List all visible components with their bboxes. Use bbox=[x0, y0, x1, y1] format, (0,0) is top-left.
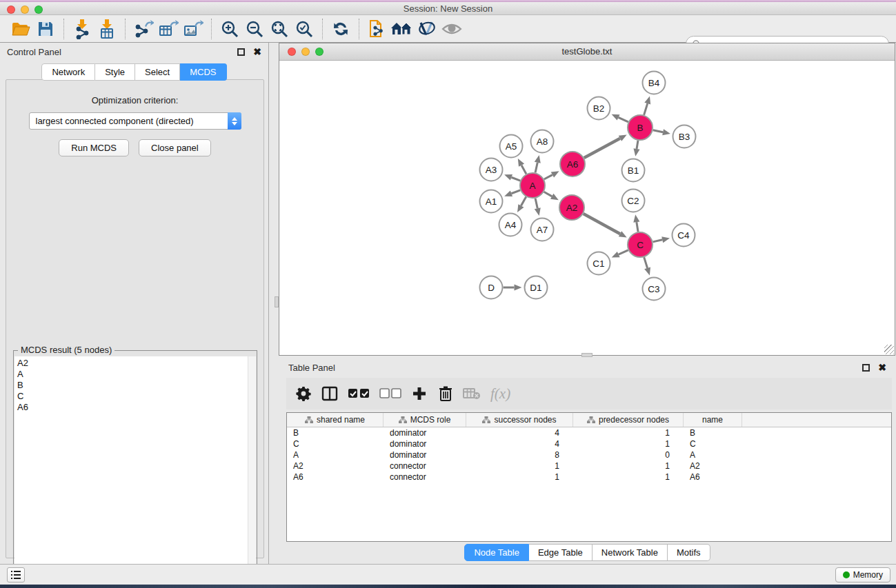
import-network-icon[interactable] bbox=[70, 18, 94, 40]
split-divider-handle[interactable] bbox=[581, 353, 593, 357]
eye-icon[interactable] bbox=[439, 18, 464, 40]
import-table-icon[interactable] bbox=[94, 18, 119, 40]
clone-network-icon[interactable] bbox=[365, 18, 390, 40]
edge-arrowhead bbox=[504, 174, 512, 181]
column-header-name[interactable]: name bbox=[684, 413, 742, 427]
tab-edge-table[interactable]: Edge Table bbox=[529, 544, 593, 561]
graph-edge-A-A3[interactable] bbox=[511, 177, 520, 181]
tab-mcds[interactable]: MCDS bbox=[180, 63, 226, 81]
table-cell: A2 bbox=[287, 460, 384, 472]
edge-arrowhead bbox=[633, 148, 639, 156]
graph-edge-C-C2[interactable] bbox=[637, 222, 638, 232]
result-scrollbar[interactable] bbox=[248, 356, 256, 587]
graph-edge-A-A6[interactable] bbox=[544, 175, 552, 179]
zoom-out-icon[interactable] bbox=[242, 18, 267, 40]
delete-table-icon[interactable] bbox=[461, 383, 482, 404]
table-header-row[interactable]: shared nameMCDS rolesuccessor nodesprede… bbox=[287, 413, 891, 427]
function-builder-icon[interactable]: f(x) bbox=[488, 385, 510, 403]
result-item[interactable]: A bbox=[17, 369, 248, 380]
add-column-icon[interactable] bbox=[409, 383, 430, 404]
result-item[interactable]: C bbox=[17, 391, 248, 402]
refresh-icon[interactable] bbox=[328, 18, 353, 40]
close-table-panel-icon[interactable]: ✖ bbox=[878, 364, 886, 372]
table-cell: 1 bbox=[573, 427, 684, 438]
memory-button[interactable]: Memory bbox=[835, 567, 890, 582]
deselect-all-icon[interactable] bbox=[377, 383, 404, 404]
graph-edge-A-A4[interactable] bbox=[521, 197, 526, 206]
home-icon[interactable] bbox=[390, 18, 415, 40]
table-row[interactable]: A2connector11A2 bbox=[287, 460, 891, 472]
table-row[interactable]: Adominator80A bbox=[287, 449, 891, 460]
graph-edge-A-A8[interactable] bbox=[535, 163, 537, 173]
close-panel-icon[interactable]: ✖ bbox=[253, 48, 261, 56]
graph-edge-C-C3[interactable] bbox=[644, 257, 648, 268]
tab-style[interactable]: Style bbox=[95, 63, 135, 81]
split-divider-handle[interactable] bbox=[275, 296, 279, 307]
table-row[interactable]: Bdominator41B bbox=[287, 427, 891, 438]
optimization-criterion-select[interactable]: largest connected component (directed) bbox=[29, 112, 241, 130]
graph-edge-B-B1[interactable] bbox=[637, 141, 638, 149]
graph-edge-C-C4[interactable] bbox=[653, 240, 663, 242]
graph-edge-B-B2[interactable] bbox=[619, 117, 628, 122]
run-mcds-button[interactable]: Run MCDS bbox=[59, 139, 129, 156]
zoom-selected-icon[interactable] bbox=[292, 18, 317, 40]
result-item[interactable]: B bbox=[17, 380, 248, 391]
tab-network[interactable]: Network bbox=[41, 63, 95, 81]
graph-node-label: C1 bbox=[593, 258, 604, 269]
graph-node-label: B2 bbox=[593, 103, 605, 114]
graph-edge-A2-C[interactable] bbox=[584, 214, 620, 234]
table-body: Bdominator41BCdominator41CAdominator80AA… bbox=[287, 427, 891, 483]
table-row[interactable]: Cdominator41C bbox=[287, 438, 891, 449]
open-session-icon[interactable] bbox=[8, 18, 33, 40]
float-panel-icon[interactable] bbox=[237, 48, 245, 56]
float-table-panel-icon[interactable] bbox=[862, 364, 870, 372]
export-network-icon[interactable] bbox=[131, 18, 156, 40]
column-header-successor-nodes[interactable]: successor nodes bbox=[466, 413, 573, 427]
control-panel: Control Panel ✖ NetworkStyleSelectMCDS O… bbox=[0, 43, 269, 564]
gear-icon[interactable] bbox=[293, 383, 314, 404]
list-icon bbox=[11, 571, 21, 579]
graph-node-label: A1 bbox=[486, 196, 497, 207]
optimization-criterion-value: largest connected component (directed) bbox=[30, 116, 228, 126]
graph-edge-A-A2[interactable] bbox=[544, 192, 552, 196]
result-item[interactable]: A6 bbox=[17, 402, 248, 413]
graph-edge-A-A5[interactable] bbox=[521, 165, 526, 174]
export-table-icon[interactable] bbox=[156, 18, 181, 40]
tab-network-table[interactable]: Network Table bbox=[593, 544, 668, 561]
graph-edge-B-B4[interactable] bbox=[644, 103, 648, 115]
graph-edge-A6-B[interactable] bbox=[584, 139, 620, 158]
window-resize-grip[interactable] bbox=[884, 345, 894, 354]
export-image-icon[interactable] bbox=[181, 18, 206, 40]
task-history-button[interactable] bbox=[7, 567, 25, 582]
delete-column-icon[interactable] bbox=[435, 383, 456, 404]
graph-edge-A-A7[interactable] bbox=[535, 199, 537, 209]
show-hide-style-icon[interactable] bbox=[415, 18, 439, 40]
main-toolbar bbox=[0, 15, 896, 43]
shared-column-icon bbox=[587, 416, 595, 423]
tab-node-table[interactable]: Node Table bbox=[464, 544, 529, 561]
edge-arrowhead bbox=[535, 207, 541, 216]
split-columns-icon[interactable] bbox=[319, 383, 340, 404]
select-all-icon[interactable] bbox=[346, 383, 372, 404]
edge-arrowhead bbox=[515, 284, 522, 290]
tab-motifs[interactable]: Motifs bbox=[668, 544, 710, 561]
zoom-fit-icon[interactable] bbox=[267, 18, 292, 40]
column-header-shared-name[interactable]: shared name bbox=[287, 413, 384, 427]
column-header-MCDS-role[interactable]: MCDS role bbox=[384, 413, 466, 427]
result-item[interactable]: A2 bbox=[17, 358, 248, 369]
graph-node-label: A2 bbox=[566, 203, 578, 213]
save-session-icon[interactable] bbox=[33, 18, 58, 40]
graph-edge-A-A1[interactable] bbox=[511, 190, 520, 194]
graph-edge-C-C1[interactable] bbox=[619, 250, 628, 254]
tab-select[interactable]: Select bbox=[135, 63, 180, 81]
network-canvas[interactable]: B4B2BB3A8A5A6A3B1AA1C2A2A4A7C4CC1C3DD1 bbox=[279, 61, 895, 355]
table-row[interactable]: A6connector11A6 bbox=[287, 472, 891, 483]
close-panel-button[interactable]: Close panel bbox=[139, 139, 211, 156]
table-cell: 1 bbox=[573, 460, 684, 472]
table-cell: dominator bbox=[384, 427, 466, 438]
network-window-titlebar[interactable]: testGlobe.txt bbox=[279, 43, 895, 61]
column-header-predecessor-nodes[interactable]: predecessor nodes bbox=[573, 413, 684, 427]
zoom-in-icon[interactable] bbox=[217, 18, 242, 40]
graph-edge-B-B3[interactable] bbox=[653, 130, 664, 132]
edge-arrowhead bbox=[662, 129, 670, 135]
